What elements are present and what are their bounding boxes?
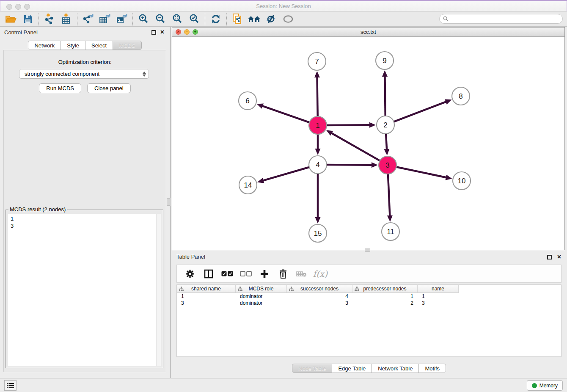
mcds-buttons-row: Run MCDS Close panel bbox=[4, 83, 166, 93]
column-header-mcds-role[interactable]: MCDS role bbox=[236, 285, 287, 293]
table-panel-title: Table Panel bbox=[176, 254, 205, 260]
toolbar-separator bbox=[226, 13, 227, 25]
graph-edge-3-11[interactable] bbox=[387, 173, 393, 222]
graph-node-9[interactable]: 9 bbox=[376, 52, 394, 69]
result-scrollbar[interactable] bbox=[156, 214, 161, 366]
application-window: Session: New Session bbox=[0, 0, 567, 392]
table-panel: Table Panel × bbox=[171, 252, 567, 376]
select-all-checkboxes-icon[interactable] bbox=[220, 267, 234, 281]
graph-edge-1-4[interactable] bbox=[315, 133, 321, 155]
graph-edge-2-9[interactable] bbox=[382, 70, 388, 117]
graph-edge-3-1[interactable] bbox=[326, 130, 381, 161]
zoom-selected-icon[interactable] bbox=[186, 12, 203, 26]
optimization-criterion-select[interactable]: strongly connected component bbox=[19, 69, 149, 79]
graph-edge-4-15[interactable] bbox=[315, 172, 321, 224]
column-header-predecessor-nodes[interactable]: predecessor nodes bbox=[352, 285, 418, 293]
memory-button[interactable]: Memory bbox=[527, 380, 563, 391]
zoom-in-icon[interactable] bbox=[135, 12, 152, 26]
graph-node-11[interactable]: 11 bbox=[382, 223, 399, 240]
network-graph-svg: 7968124314101511 bbox=[172, 37, 564, 250]
search-field[interactable] bbox=[439, 14, 563, 24]
column-header-successor-nodes[interactable]: successor nodes bbox=[287, 285, 352, 293]
graph-node-15[interactable]: 15 bbox=[309, 224, 327, 242]
graph-edge-2-3[interactable] bbox=[384, 133, 390, 155]
graph-node-8[interactable]: 8 bbox=[452, 87, 470, 105]
fx-label: f(x) bbox=[313, 269, 328, 279]
column-header-shared-name[interactable]: shared name bbox=[177, 285, 236, 293]
show-panel-list-button[interactable] bbox=[4, 380, 17, 391]
delete-trash-icon[interactable] bbox=[276, 267, 290, 281]
import-network-icon[interactable] bbox=[41, 12, 58, 26]
list-icon bbox=[7, 383, 14, 389]
horizontal-splitter-handle[interactable] bbox=[365, 248, 370, 252]
refresh-layout-icon[interactable] bbox=[207, 12, 224, 26]
memory-label: Memory bbox=[539, 383, 558, 389]
graph-edge-4-3[interactable] bbox=[325, 162, 378, 168]
close-panel-icon[interactable]: × bbox=[160, 28, 164, 36]
table-row[interactable]: 3 dominator 3 2 3 bbox=[177, 300, 561, 306]
main-toolbar bbox=[0, 11, 567, 27]
search-icon bbox=[443, 16, 449, 22]
graph-edge-1-6[interactable] bbox=[257, 103, 311, 123]
split-columns-icon[interactable] bbox=[201, 267, 216, 281]
close-panel-button[interactable]: Close panel bbox=[87, 83, 131, 93]
open-folder-icon[interactable] bbox=[3, 12, 19, 26]
node-table[interactable]: shared name MCDS role successor nodes pr… bbox=[176, 284, 561, 357]
control-panel-title: Control Panel bbox=[4, 29, 38, 36]
table-settings-gear-icon[interactable] bbox=[183, 267, 197, 281]
graph-node-7[interactable]: 7 bbox=[308, 52, 326, 70]
control-panel-tabs: Network Style Select MCDS bbox=[0, 41, 170, 50]
svg-text:6: 6 bbox=[245, 97, 249, 105]
window-titlebar: Session: New Session bbox=[0, 0, 567, 11]
tab-node-table[interactable]: Node Table bbox=[292, 364, 333, 373]
tab-motifs[interactable]: Motifs bbox=[418, 364, 446, 373]
save-session-icon[interactable] bbox=[19, 12, 36, 26]
svg-text:2: 2 bbox=[383, 121, 387, 129]
close-table-panel-icon[interactable]: × bbox=[557, 253, 561, 261]
tab-style[interactable]: Style bbox=[61, 41, 85, 50]
table-row[interactable]: 1 dominator 4 1 1 bbox=[177, 293, 561, 300]
zoom-fit-icon[interactable] bbox=[169, 12, 186, 26]
search-input[interactable] bbox=[451, 15, 562, 23]
export-image-icon[interactable] bbox=[113, 12, 130, 26]
svg-text:4: 4 bbox=[316, 161, 319, 169]
graph-node-3[interactable]: 3 bbox=[379, 156, 396, 174]
graph-edge-3-10[interactable] bbox=[395, 167, 452, 180]
optimization-criterion-label: Optimization criterion: bbox=[4, 59, 166, 65]
toolbar-separator bbox=[77, 13, 77, 25]
column-header-name[interactable]: name bbox=[418, 285, 459, 293]
tab-select[interactable]: Select bbox=[85, 41, 113, 50]
network-canvas[interactable]: 7968124314101511 bbox=[172, 37, 564, 250]
graph-node-6[interactable]: 6 bbox=[239, 92, 256, 110]
graph-node-2[interactable]: 2 bbox=[377, 116, 394, 134]
graph-node-4[interactable]: 4 bbox=[309, 156, 327, 174]
graph-edge-1-7[interactable] bbox=[314, 71, 320, 118]
svg-text:9: 9 bbox=[383, 57, 386, 65]
mcds-result-list[interactable]: 1 3 bbox=[8, 214, 161, 366]
tab-edge-table[interactable]: Edge Table bbox=[332, 364, 372, 373]
graph-node-10[interactable]: 10 bbox=[453, 172, 471, 190]
eye-slash-icon[interactable] bbox=[263, 12, 280, 26]
graph-node-1[interactable]: 1 bbox=[309, 116, 327, 134]
add-column-plus-icon[interactable] bbox=[257, 267, 272, 281]
tab-mcds[interactable]: MCDS bbox=[113, 41, 141, 50]
import-table-icon[interactable] bbox=[58, 12, 75, 26]
run-mcds-button[interactable]: Run MCDS bbox=[39, 83, 81, 93]
float-table-panel-icon[interactable] bbox=[547, 255, 552, 259]
deselect-all-checkboxes-icon[interactable] bbox=[239, 267, 253, 281]
svg-text:15: 15 bbox=[314, 229, 322, 237]
zoom-out-icon[interactable] bbox=[152, 12, 169, 26]
graph-edge-2-8[interactable] bbox=[393, 99, 452, 122]
splitter-handle[interactable] bbox=[167, 198, 171, 206]
duplicate-network-icon[interactable] bbox=[229, 12, 246, 26]
graph-edge-4-14[interactable] bbox=[257, 167, 311, 183]
float-panel-icon[interactable] bbox=[151, 30, 156, 35]
eye-icon[interactable] bbox=[280, 12, 297, 26]
tab-network[interactable]: Network bbox=[28, 41, 61, 50]
graph-node-14[interactable]: 14 bbox=[239, 176, 257, 194]
export-table-icon[interactable] bbox=[96, 12, 113, 26]
two-houses-icon[interactable] bbox=[246, 12, 263, 26]
graph-edge-1-2[interactable] bbox=[325, 122, 376, 128]
export-network-icon[interactable] bbox=[80, 12, 96, 26]
tab-network-table[interactable]: Network Table bbox=[372, 364, 419, 373]
